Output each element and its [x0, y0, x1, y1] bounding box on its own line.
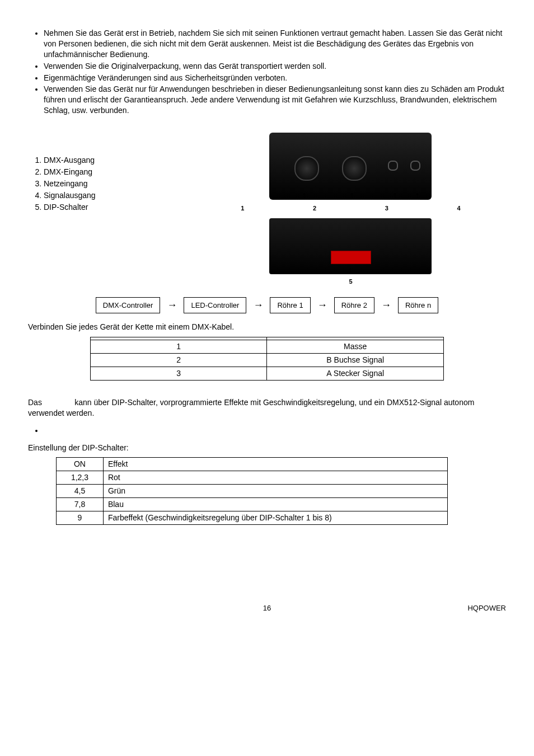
- arrow-right-icon: →: [253, 298, 263, 312]
- usage-text-b: kann über DIP-Schalter, vorprogrammierte…: [28, 398, 474, 417]
- table-cell: 2: [91, 354, 267, 367]
- arrow-up-icon: ↑: [302, 189, 306, 201]
- desc-item: Netzeingang: [44, 179, 195, 189]
- table-cell: 9: [57, 511, 104, 525]
- dip-table: ONEffekt 1,2,3Rot 4,5Grün 7,8Blau 9Farbe…: [56, 457, 448, 524]
- bullet-item: Verwenden Sie die Originalverpackung, we…: [44, 61, 506, 72]
- einstellung-text: Einstellung der DIP-Schalter:: [28, 443, 506, 453]
- bullet-item: Verwenden Sie das Gerät nur für Anwendun…: [44, 84, 506, 116]
- table-cell: Masse: [267, 340, 443, 354]
- desc-item: DIP-Schalter: [44, 202, 195, 213]
- bullet-item: Eigenmächtige Veränderungen sind aus Sic…: [44, 73, 506, 83]
- page-number: 16: [188, 603, 347, 613]
- img2-label: 5: [195, 278, 506, 286]
- flow-box: LED-Controller: [184, 297, 246, 314]
- flow-box: Röhre n: [398, 297, 438, 314]
- arrow-up-icon: ↑: [392, 189, 397, 201]
- table-cell: 7,8: [57, 498, 104, 511]
- table-cell: 4,5: [57, 485, 104, 498]
- table-cell: Rot: [103, 471, 447, 485]
- table-cell: 3: [91, 367, 267, 381]
- img-label: 3: [385, 204, 388, 213]
- port-icon: [388, 161, 398, 171]
- desc-item: Signalausgang: [44, 190, 195, 201]
- arrow-right-icon: →: [167, 298, 177, 312]
- table-cell: Grün: [103, 485, 447, 498]
- table-cell: Blau: [103, 498, 447, 511]
- table-cell: B Buchse Signal: [267, 354, 443, 367]
- empty-bullet: [44, 425, 506, 436]
- brand-label: HQPOWER: [346, 603, 506, 613]
- img-label: 1: [241, 204, 244, 213]
- top-bullets: Nehmen Sie das Gerät erst in Betrieb, na…: [28, 28, 506, 116]
- arrow-right-icon: →: [381, 298, 391, 312]
- flow-diagram: DMX-Controller → LED-Controller → Röhre …: [28, 297, 506, 314]
- arrow-up-icon: ↑: [348, 264, 352, 276]
- knob-icon: [342, 156, 367, 181]
- flow-box: DMX-Controller: [96, 297, 161, 314]
- table-cell: Farbeffekt (Geschwindigkeitsregelung übe…: [103, 511, 447, 525]
- device-front-image: ↑ ↑ ↑ ↑: [269, 133, 432, 200]
- description-section: DMX-Ausgang DMX-Eingang Netzeingang Sign…: [28, 133, 506, 286]
- footer-left: [28, 603, 188, 613]
- empty-bullet-list: [28, 425, 506, 436]
- knob-icon: [294, 156, 319, 181]
- usage-text-a: Das: [28, 398, 42, 407]
- verbinden-text: Verbinden Sie jedes Gerät der Kette mit …: [28, 322, 506, 332]
- usage-text: Das kann über DIP-Schalter, vorprogrammi…: [28, 397, 506, 419]
- table-cell: 1,2,3: [57, 471, 104, 485]
- flow-box: Röhre 1: [270, 297, 310, 314]
- table-cell: Effekt: [103, 458, 447, 471]
- flow-box: Röhre 2: [334, 297, 374, 314]
- table-cell: ON: [57, 458, 104, 471]
- desc-item: DMX-Eingang: [44, 167, 195, 177]
- pin-table: 1Masse 2B Buchse Signal 3A Stecker Signa…: [90, 337, 444, 381]
- bullet-item: Nehmen Sie das Gerät erst in Betrieb, na…: [44, 28, 506, 60]
- img-label: 2: [313, 204, 316, 213]
- description-list-container: DMX-Ausgang DMX-Eingang Netzeingang Sign…: [28, 133, 195, 286]
- img-label: 4: [457, 204, 461, 213]
- page-footer: 16 HQPOWER: [28, 603, 506, 613]
- description-list: DMX-Ausgang DMX-Eingang Netzeingang Sign…: [28, 155, 195, 212]
- image-labels-row: 1 2 3 4: [195, 204, 506, 213]
- port-icon: [410, 161, 420, 171]
- device-back-image: ↑: [269, 218, 432, 274]
- dip-switch-icon: [331, 251, 371, 264]
- table-cell: A Stecker Signal: [267, 367, 443, 381]
- arrow-right-icon: →: [317, 298, 327, 312]
- desc-item: DMX-Ausgang: [44, 155, 195, 166]
- arrow-up-icon: ↑: [349, 189, 354, 201]
- arrow-up-icon: ↑: [415, 189, 419, 201]
- table-cell: 1: [91, 340, 267, 354]
- device-images: ↑ ↑ ↑ ↑ 1 2 3 4 ↑ 5: [195, 133, 506, 286]
